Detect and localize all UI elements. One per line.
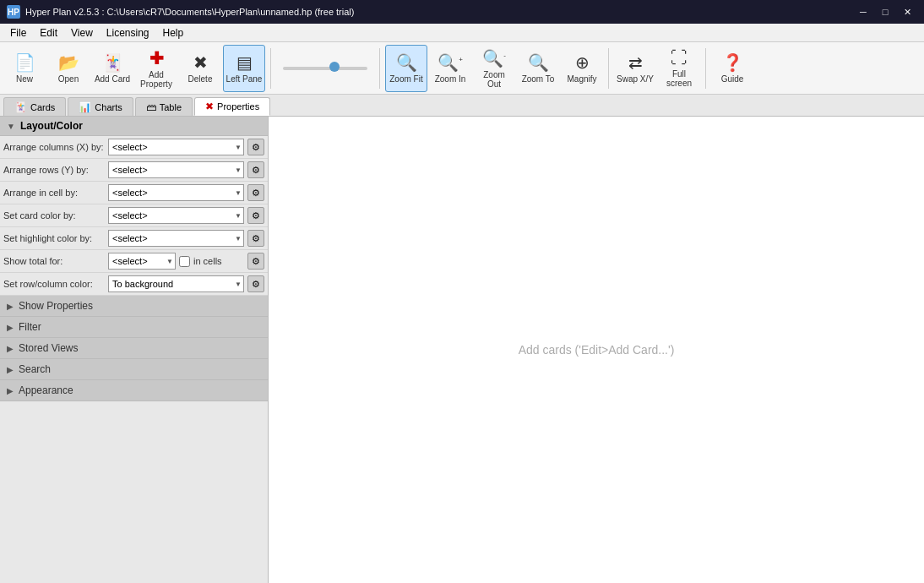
close-button[interactable]: ✕ — [897, 3, 917, 20]
row-column-color-row: Set row/column color: To background ▼ ⚙ — [0, 273, 268, 296]
show-total-row: Show total for: <select> ▼ in cells ⚙ — [0, 250, 268, 273]
delete-button[interactable]: ✖ Delete — [179, 45, 221, 92]
arrange-cell-select[interactable]: <select> — [108, 184, 244, 201]
zoom-in-label: Zoom In — [435, 74, 466, 84]
guide-icon: ❓ — [722, 52, 743, 73]
arrange-rows-label: Arrange rows (Y) by: — [3, 165, 105, 175]
table-tab-icon: 🗃 — [146, 101, 156, 113]
fullscreen-icon: ⛶ — [671, 48, 688, 68]
tab-properties[interactable]: ✖ Properties — [194, 97, 270, 116]
cards-tab-icon: 🃏 — [14, 101, 27, 113]
add-card-label: Add Card — [95, 74, 130, 84]
menu-edit[interactable]: Edit — [33, 25, 64, 41]
open-button[interactable]: 📂 Open — [47, 45, 90, 92]
search-header[interactable]: ▶ Search — [0, 359, 268, 379]
guide-button[interactable]: ❓ Guide — [711, 45, 753, 92]
properties-tab-icon: ✖ — [205, 101, 214, 112]
filter-label: Filter — [19, 321, 41, 333]
appearance-header[interactable]: ▶ Appearance — [0, 380, 268, 400]
zoom-slider-track[interactable] — [283, 67, 367, 70]
add-property-label: Add Property — [138, 70, 175, 89]
fullscreen-label: Full screen — [660, 69, 698, 88]
menu-bar: File Edit View Licensing Help — [0, 24, 924, 42]
appearance-section: ▶ Appearance — [0, 380, 268, 401]
zoom-slider-area — [276, 67, 374, 70]
menu-licensing[interactable]: Licensing — [100, 25, 156, 41]
zoom-out-button[interactable]: 🔍- Zoom Out — [473, 45, 515, 92]
filter-header[interactable]: ▶ Filter — [0, 317, 268, 337]
open-icon: 📂 — [58, 52, 79, 73]
search-arrow: ▶ — [7, 365, 14, 374]
toolbar-sep-1 — [270, 48, 271, 89]
highlight-color-select[interactable]: <select> — [108, 230, 244, 247]
tab-cards[interactable]: 🃏 Cards — [3, 97, 66, 116]
magnify-icon: ⊕ — [575, 52, 590, 73]
maximize-button[interactable]: □ — [875, 3, 895, 20]
card-color-label: Set card color by: — [3, 210, 105, 221]
arrange-cell-settings-btn[interactable]: ⚙ — [247, 184, 264, 201]
show-total-settings-btn[interactable]: ⚙ — [247, 253, 264, 270]
magnify-button[interactable]: ⊕ Magnify — [561, 45, 603, 92]
title-bar: HP Hyper Plan v2.5.3 : C:\Users\cR7\Docu… — [0, 0, 924, 24]
arrange-columns-select-wrapper: <select> ▼ — [108, 139, 244, 155]
left-pane-label: Left Pane — [226, 74, 263, 84]
row-column-color-settings-btn[interactable]: ⚙ — [247, 275, 264, 292]
new-label: New — [16, 74, 33, 84]
arrange-rows-select[interactable]: <select> — [108, 161, 244, 178]
new-button[interactable]: 📄 New — [3, 45, 46, 92]
stored-views-section: ▶ Stored Views — [0, 338, 268, 359]
show-total-select[interactable]: <select> — [108, 253, 176, 270]
arrange-rows-settings-btn[interactable]: ⚙ — [247, 161, 264, 178]
arrange-rows-select-wrapper: <select> ▼ — [108, 161, 244, 178]
swap-xy-icon: ⇄ — [628, 52, 643, 73]
card-color-settings-btn[interactable]: ⚙ — [247, 207, 264, 224]
delete-icon: ✖ — [193, 52, 208, 73]
stored-views-label: Stored Views — [19, 342, 78, 354]
in-cells-checkbox[interactable] — [179, 256, 190, 267]
left-pane-icon: ▤ — [236, 52, 253, 73]
menu-view[interactable]: View — [64, 25, 100, 41]
card-color-select[interactable]: <select> — [108, 207, 244, 224]
tab-table[interactable]: 🗃 Table — [135, 97, 193, 116]
guide-label: Guide — [721, 74, 744, 84]
charts-tab-label: Charts — [95, 102, 122, 112]
swap-xy-label: Swap X/Y — [617, 74, 654, 84]
fullscreen-button[interactable]: ⛶ Full screen — [658, 45, 700, 92]
zoom-out-icon: 🔍- — [482, 48, 506, 68]
zoom-in-button[interactable]: 🔍+ Zoom In — [429, 45, 471, 92]
show-properties-label: Show Properties — [19, 300, 93, 312]
charts-tab-icon: 📊 — [79, 101, 91, 113]
zoom-to-icon: 🔍 — [528, 52, 549, 73]
new-icon: 📄 — [14, 52, 35, 73]
main-area: ▼ Layout/Color Arrange columns (X) by: <… — [0, 117, 924, 583]
tab-bar: 🃏 Cards 📊 Charts 🗃 Table ✖ Properties — [0, 95, 924, 117]
layout-color-triangle: ▼ — [7, 122, 15, 131]
tab-charts[interactable]: 📊 Charts — [68, 97, 133, 116]
show-properties-header[interactable]: ▶ Show Properties — [0, 296, 268, 316]
toolbar-sep-3 — [608, 48, 609, 89]
arrange-cell-row: Arrange in cell by: <select> ▼ ⚙ — [0, 182, 268, 204]
arrange-columns-settings-btn[interactable]: ⚙ — [247, 139, 264, 155]
menu-file[interactable]: File — [3, 25, 33, 41]
zoom-in-icon: 🔍+ — [438, 52, 463, 73]
toolbar-sep-2 — [379, 48, 380, 89]
table-tab-label: Table — [160, 102, 182, 112]
zoom-to-button[interactable]: 🔍 Zoom To — [517, 45, 559, 92]
zoom-slider-thumb[interactable] — [329, 62, 340, 72]
search-section: ▶ Search — [0, 359, 268, 380]
arrange-columns-row: Arrange columns (X) by: <select> ▼ ⚙ — [0, 136, 268, 159]
minimize-button[interactable]: ─ — [853, 3, 873, 20]
arrange-cell-label: Arrange in cell by: — [3, 188, 105, 198]
highlight-color-settings-btn[interactable]: ⚙ — [247, 230, 264, 247]
swap-xy-button[interactable]: ⇄ Swap X/Y — [614, 45, 656, 92]
zoom-fit-button[interactable]: 🔍 Zoom Fit — [385, 45, 427, 92]
left-pane-button[interactable]: ▤ Left Pane — [223, 45, 265, 92]
add-card-button[interactable]: 🃏 Add Card — [91, 45, 133, 92]
arrange-columns-select[interactable]: <select> — [108, 139, 244, 155]
row-column-color-select[interactable]: To background — [108, 275, 244, 292]
window-title: Hyper Plan v2.5.3 : C:\Users\cR7\Documen… — [25, 7, 354, 17]
add-property-button[interactable]: ✚ Add Property — [135, 45, 177, 92]
stored-views-header[interactable]: ▶ Stored Views — [0, 338, 268, 358]
show-total-select-wrapper: <select> ▼ — [108, 253, 176, 270]
menu-help[interactable]: Help — [156, 25, 191, 41]
